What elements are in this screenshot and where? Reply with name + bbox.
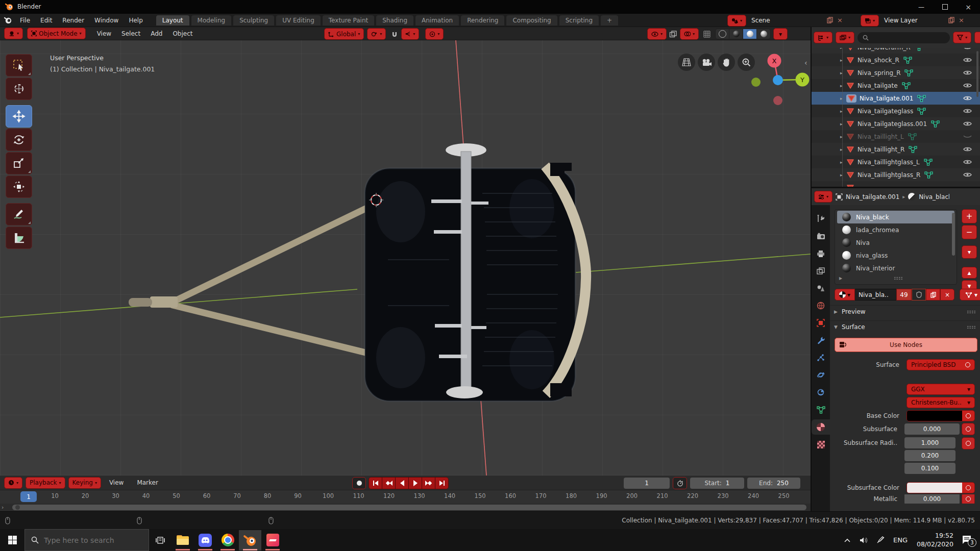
blender-taskbar-icon[interactable] <box>239 530 261 550</box>
tab-data-icon[interactable] <box>812 402 830 417</box>
task-view-button[interactable] <box>149 530 172 550</box>
users-count-button[interactable]: 49 <box>896 289 912 300</box>
camera-view-button[interactable] <box>698 54 715 71</box>
menu-help[interactable]: Help <box>124 17 148 24</box>
material-node-dropdown[interactable]: ▾ <box>960 289 980 300</box>
shading-wireframe-button[interactable] <box>716 29 729 39</box>
end-frame-field[interactable]: End:250 <box>747 478 800 489</box>
surface-shader-button[interactable]: Principled BSD <box>906 359 975 370</box>
pen-icon[interactable] <box>876 536 885 544</box>
outliner-filter-dropdown[interactable]: ▾ <box>953 32 971 43</box>
tool-transform[interactable] <box>6 176 32 198</box>
tab-sculpting[interactable]: Sculpting <box>233 15 274 26</box>
tab-constraints-icon[interactable] <box>812 385 830 400</box>
hide-toggle-eye-icon[interactable] <box>963 83 972 88</box>
metallic-value-field[interactable]: 0.000 <box>904 494 960 504</box>
search-input[interactable] <box>43 536 137 545</box>
tray-expand-icon[interactable] <box>844 538 850 542</box>
move-slot-up-button[interactable]: ▲ <box>962 267 977 279</box>
tab-compositing[interactable]: Compositing <box>506 15 557 26</box>
closed-eye-icon[interactable] <box>963 134 972 139</box>
sidebar-collapse-arrow[interactable]: ‹ <box>804 59 807 67</box>
copy-material-button[interactable] <box>926 289 940 300</box>
hide-toggle-eye-icon[interactable] <box>963 146 972 152</box>
list-resize-grip[interactable] <box>894 277 903 280</box>
blender-menu-icon[interactable] <box>4 16 12 24</box>
tab-physics-icon[interactable] <box>812 367 830 383</box>
surface-panel-header[interactable]: ▼ Surface <box>834 323 976 331</box>
pivot-point-dropdown[interactable]: ▾ <box>367 28 386 40</box>
outliner-row[interactable]: ▸Niva_shock_R <box>812 54 980 66</box>
radius-socket-button[interactable] <box>962 437 975 449</box>
panel-drag-grip[interactable] <box>967 310 976 314</box>
start-frame-field[interactable]: Start:1 <box>690 478 744 489</box>
material-slot[interactable]: Niva_interior <box>837 262 954 274</box>
tool-select-box[interactable] <box>6 54 32 77</box>
viewport-3d[interactable]: User Perspective (1) Collection | Niva_t… <box>0 40 811 475</box>
timeline-editor-type-button[interactable]: ▾ <box>4 477 22 489</box>
scene-selector-icon[interactable]: ▾ <box>727 15 746 27</box>
remove-slot-button[interactable]: − <box>962 225 977 239</box>
view-layer-selector-icon[interactable]: ▾ <box>861 15 879 27</box>
prev-keyframe-button[interactable] <box>382 478 396 489</box>
view-layer-copy-icon[interactable] <box>948 17 954 23</box>
region-splitter[interactable] <box>811 27 812 511</box>
radius-y-field[interactable]: 0.200 <box>904 450 955 461</box>
outliner-search-input[interactable] <box>857 32 950 43</box>
outliner-row[interactable]: ▸Niva_taillightglass_R <box>812 168 980 181</box>
hide-toggle-eye-icon[interactable] <box>963 48 972 50</box>
tab-material-icon[interactable] <box>812 419 830 435</box>
outliner-row[interactable]: ▸Niva_spring_R <box>812 66 980 79</box>
timeline-view-menu[interactable]: View <box>104 479 129 486</box>
tab-modeling[interactable]: Modeling <box>191 15 232 26</box>
current-frame-field[interactable]: 1 <box>624 478 670 489</box>
maximize-button[interactable] <box>933 4 957 10</box>
slot-list-scrollbar[interactable] <box>952 213 955 256</box>
file-explorer-icon[interactable] <box>172 530 194 550</box>
disclosure-icon[interactable]: ▸ <box>840 121 846 127</box>
navigation-gizmo[interactable]: X Y <box>746 48 810 112</box>
shading-material-button[interactable] <box>743 29 756 39</box>
material-slot[interactable]: niva_glass <box>837 249 954 262</box>
tool-scale[interactable] <box>6 152 32 174</box>
menu-render[interactable]: Render <box>57 17 89 24</box>
hide-toggle-eye-icon[interactable] <box>963 70 972 76</box>
use-nodes-button[interactable]: Use Nodes <box>835 338 977 352</box>
volume-icon[interactable] <box>860 537 868 544</box>
metallic-socket-button[interactable] <box>962 494 975 504</box>
menu-file[interactable]: File <box>15 17 35 24</box>
fake-user-shield-button[interactable] <box>912 289 926 300</box>
subsurface-socket-button[interactable] <box>962 423 975 435</box>
minimize-button[interactable]: — <box>910 4 933 11</box>
new-collection-button[interactable] <box>974 32 980 43</box>
hide-toggle-eye-icon[interactable] <box>963 159 972 165</box>
notification-center-icon[interactable]: 3 <box>962 535 973 545</box>
tab-output-icon[interactable] <box>812 246 830 261</box>
editor-type-button[interactable]: ▾ <box>4 28 23 39</box>
outliner-editor-type-button[interactable]: ▾ <box>814 32 832 43</box>
menu-object[interactable]: Object <box>167 30 198 37</box>
tab-scripting[interactable]: Scripting <box>559 15 599 26</box>
record-button[interactable] <box>352 477 366 489</box>
scene-name[interactable]: Scene <box>751 17 770 24</box>
material-slot-selected[interactable]: Niva_black <box>837 211 954 223</box>
subsurface-value-field[interactable]: 0.000 <box>904 423 960 435</box>
timeline-scrollbar-knob[interactable] <box>15 505 20 510</box>
distribution-dropdown[interactable]: GGX▾ <box>906 384 975 395</box>
outliner-row[interactable]: ▸Niva_tailgateglass.001 <box>812 117 980 130</box>
close-button[interactable]: × <box>957 3 980 11</box>
play-button[interactable] <box>409 478 422 489</box>
disclosure-icon[interactable]: ▸ <box>840 70 846 76</box>
disclosure-icon[interactable]: ▸ <box>840 48 846 50</box>
tool-rotate[interactable] <box>6 129 32 151</box>
menu-add[interactable]: Add <box>145 30 167 37</box>
object-visibility-dropdown[interactable]: ▾ <box>647 28 667 40</box>
radius-z-field[interactable]: 0.100 <box>904 463 955 474</box>
current-frame-indicator[interactable]: 1 <box>20 491 37 502</box>
radius-x-field[interactable]: 1.000 <box>904 437 955 448</box>
chrome-icon[interactable] <box>216 530 239 550</box>
taskbar-search[interactable] <box>24 529 149 551</box>
outliner-scrollbar[interactable] <box>976 51 978 97</box>
outliner-row[interactable]: ▸Niva_taillightglass_L <box>812 156 980 168</box>
material-slot[interactable]: lada_chromea <box>837 223 954 236</box>
